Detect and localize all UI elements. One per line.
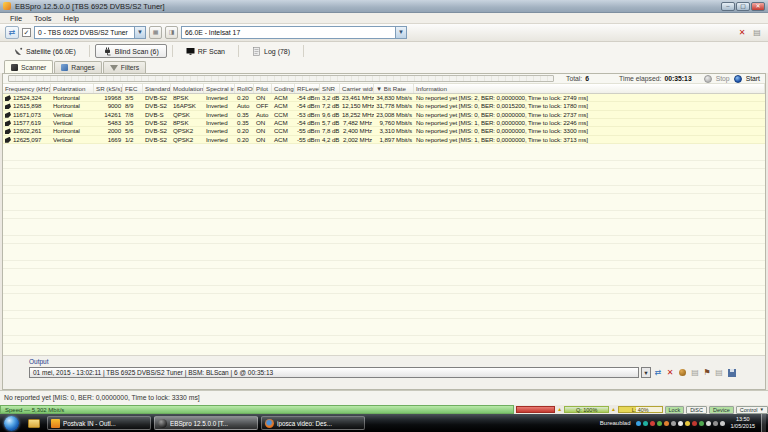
tab-label: Filters [121,64,140,71]
log-mode-button[interactable]: Log (78) [244,44,298,58]
menu-help[interactable]: Help [58,14,85,23]
menu-bar: File Tools Help [0,13,768,24]
tray-icon[interactable] [664,421,669,426]
tab-ranges[interactable]: Ranges [54,61,101,73]
header-cell[interactable]: Coding ... [272,84,295,93]
tray-icon[interactable] [706,421,711,426]
table-cell: 14261 [94,111,123,118]
header-cell[interactable]: Carrier width [340,84,374,93]
tray-icon[interactable] [699,421,704,426]
save-icon[interactable] [728,369,736,377]
tray-icon[interactable] [713,421,718,426]
menu-tools[interactable]: Tools [28,14,58,23]
tray-icon[interactable] [685,421,690,426]
header-cell[interactable]: Polarization [51,84,94,93]
taskbar-clock[interactable]: 13:50 1/05/2015 [731,416,755,429]
blind-scan-mode-button[interactable]: Blind Scan (6) [95,44,167,58]
table-cell: 12,150 MHz [340,102,374,109]
table-cell: CCM [272,127,295,134]
header-cell[interactable]: ▼ Bit Rate [374,84,414,93]
tray-icon[interactable] [692,421,697,426]
minimize-button[interactable]: – [721,2,735,11]
clear-icon[interactable]: ✕ [736,28,748,37]
table-row[interactable]: 11671,073Vertical142617/8DVB-SQPSKInvert… [3,111,765,119]
tray-icon[interactable] [650,421,655,426]
table-cell: -54 dBm [295,94,320,101]
page-icon[interactable]: ▤ [690,368,700,378]
show-desktop-button[interactable] [761,414,766,432]
header-cell[interactable]: SNR [320,84,340,93]
tray-icon[interactable] [657,421,662,426]
flag-icon[interactable]: ⚑ [702,368,712,378]
header-cell[interactable]: Modulation [171,84,204,93]
output-entry-combobox[interactable]: 01 mei, 2015 - 13:02:11 | TBS 6925 DVBS/… [29,367,639,378]
window-title: EBSpro 12.5.0.0 [TBS 6925 DVBS/S2 Tuner] [15,2,165,11]
header-cell[interactable]: Spectral in... [204,84,235,93]
table-row[interactable]: 11577,619Vertical54833/5DVB-S28PSKInvert… [3,119,765,127]
toolbar-small-button-2[interactable]: ◨ [165,26,178,39]
tray-icon[interactable] [671,421,676,426]
header-cell[interactable]: Frequency (kHz) [3,84,51,93]
lock-indicator: Lock [665,406,685,414]
level-meter: L: 40% [618,406,663,413]
header-cell[interactable]: Information [414,84,765,93]
tray-icon[interactable] [636,421,641,426]
start-button[interactable]: Start [746,75,760,82]
taskbar-button-ebspro[interactable]: EBSpro 12.5.0.0 [T... [154,416,258,430]
output-label: Output [29,358,761,365]
table-cell: 9,6 dB [320,111,340,118]
mode-label: Log (78) [264,48,290,55]
table-cell: 4,2 dB [320,136,340,143]
chevron-down-icon[interactable]: ▼ [134,27,145,38]
table-cell: 0.20 [235,136,254,143]
tab-scanner[interactable]: Scanner [4,60,53,73]
header-cell[interactable]: Standard [143,84,171,93]
taskbar-button-outlook[interactable]: Postvak IN - Outl... [47,416,151,430]
explorer-button[interactable] [24,416,44,430]
toolbar-small-button-1[interactable]: ▦ [149,26,162,39]
transponder-dish-icon [5,128,11,134]
table-cell: -55 dBm [295,127,320,134]
header-cell[interactable]: RFLevel [295,84,320,93]
menu-file[interactable]: File [4,14,28,23]
chevron-down-icon[interactable]: ▼ [641,367,651,378]
document-icon[interactable]: ▤ [751,28,763,37]
satellite-select[interactable]: 66.0E - Intelsat 17 ▼ [181,26,407,39]
table-row[interactable]: 12615,898Horizontal90008/9DVB-S216APSKIn… [3,102,765,110]
table-cell: -55 dBm [295,136,320,143]
tuner-select[interactable]: 0 - TBS 6925 DVBS/S2 Tuner ▼ [34,26,146,39]
copy-icon[interactable]: ▤ [714,368,724,378]
tray-icon[interactable] [720,421,725,426]
table-cell: DVB-S2 [143,136,171,143]
rf-scan-mode-button[interactable]: RF Scan [178,44,233,58]
stop-button[interactable]: Stop [716,75,730,82]
header-cell[interactable]: RollOff [235,84,254,93]
table-row[interactable]: 12625,097Vertical16691/2DVB-S2QPSK2Inver… [3,136,765,144]
chevron-down-icon[interactable]: ▼ [395,27,406,38]
desktop-toolbar-label[interactable]: Bureaublad [600,420,631,426]
table-cell: ON [254,136,272,143]
maximize-button[interactable]: ▢ [736,2,750,11]
refresh-icon[interactable]: ⇄ [653,368,663,378]
control-indicator[interactable]: Control▼ [736,406,768,414]
table-row[interactable]: 12602,261Horizontal20005/6DVB-S2QPSK2Inv… [3,127,765,135]
record-ball-icon[interactable] [679,369,686,376]
header-cell[interactable]: SR (kS/s) [94,84,123,93]
clock-date: 1/05/2015 [731,423,755,430]
tray-icon[interactable] [678,421,683,426]
close-button[interactable]: ✕ [751,2,765,11]
taskbar-button-firefox[interactable]: iposca video: Des... [261,416,365,430]
delete-icon[interactable]: ✕ [665,368,675,378]
stop-icon[interactable] [704,75,712,83]
start-icon[interactable] [734,75,742,83]
refresh-tuners-icon[interactable]: ⇄ [5,26,19,39]
header-cell[interactable]: FEC [123,84,143,93]
table-row[interactable]: 12524,324Horizontal199683/5DVB-S28PSKInv… [3,94,765,102]
total-label: Total: [566,75,582,82]
tab-filters[interactable]: Filters [103,61,147,73]
satellite-mode-button[interactable]: Satellite (66.0E) [6,44,84,58]
tray-icon[interactable] [643,421,648,426]
start-button-orb[interactable] [4,416,19,431]
tuner-enable-checkbox[interactable]: ✓ [22,28,31,37]
header-cell[interactable]: Pilot [254,84,272,93]
